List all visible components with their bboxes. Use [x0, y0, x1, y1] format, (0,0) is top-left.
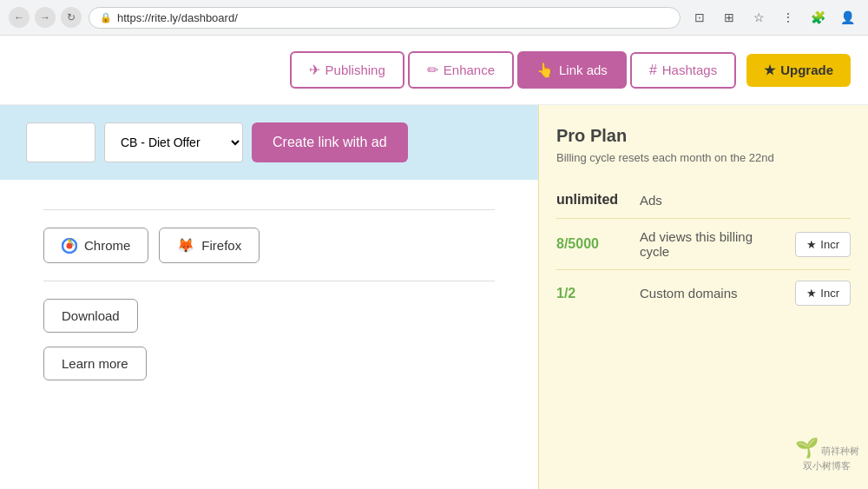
domains-label: Custom domains: [640, 286, 781, 301]
svg-point-1: [67, 242, 73, 248]
firefox-icon: 🦊: [177, 237, 194, 254]
enhance-icon: ✏: [427, 62, 438, 78]
tab-publishing[interactable]: ✈ Publishing: [290, 51, 404, 89]
link-ads-icon: 👆: [536, 62, 554, 78]
back-button[interactable]: ←: [9, 7, 30, 28]
hashtags-icon: #: [649, 63, 657, 78]
tab-enhance[interactable]: ✏ Enhance: [408, 51, 514, 89]
settings-button[interactable]: ⋮: [776, 5, 800, 30]
adviews-incr-star: ★: [806, 238, 817, 251]
tab-link-ads-label: Link ads: [559, 63, 608, 77]
refresh-button[interactable]: ↻: [61, 7, 82, 28]
adviews-incr-label: Incr: [820, 238, 839, 251]
tab-publishing-label: Publishing: [326, 63, 385, 77]
top-nav: ✈ Publishing ✏ Enhance 👆 Link ads # Hash…: [0, 36, 868, 105]
plan-stat-domains: 1/2 Custom domains ★ Incr: [556, 270, 851, 316]
learn-more-button[interactable]: Learn more: [43, 347, 147, 380]
download-button[interactable]: Download: [43, 299, 138, 333]
browser-chrome: ← → ↻ 🔒 https://rite.ly/dashboard/ ⊡ ⊞ ☆…: [0, 0, 868, 36]
domains-increase-button[interactable]: ★ Incr: [795, 281, 851, 306]
chrome-label: Chrome: [84, 238, 130, 253]
upgrade-label: Upgrade: [780, 63, 833, 77]
download-label: Download: [62, 308, 120, 323]
extension-section: Chrome 🦊 Firefox Download Learn more: [0, 180, 538, 406]
ads-label: Ads: [640, 193, 851, 208]
publishing-icon: ✈: [309, 62, 320, 78]
learn-more-label: Learn more: [62, 356, 128, 371]
page-content: ✈ Publishing ✏ Enhance 👆 Link ads # Hash…: [0, 36, 868, 489]
firefox-label: Firefox: [201, 238, 241, 253]
ad-select[interactable]: CB - Diet Offer: [104, 122, 243, 162]
bookmark-button[interactable]: ☆: [746, 5, 771, 30]
tab-hashtags-label: Hashtags: [662, 63, 717, 77]
chrome-extension-button[interactable]: Chrome: [43, 228, 148, 263]
cast-button[interactable]: ⊡: [687, 5, 712, 30]
adviews-value: 8/5000: [556, 236, 626, 252]
profile-button[interactable]: 👤: [835, 5, 859, 30]
adviews-label: Ad views this billing cycle: [640, 229, 781, 259]
zoom-button[interactable]: ⊞: [717, 5, 741, 30]
billing-cycle-text: Billing cycle resets each month on the 2…: [556, 151, 851, 164]
tab-link-ads[interactable]: 👆 Link ads: [517, 51, 627, 89]
domains-incr-label: Incr: [820, 287, 839, 300]
create-link-button[interactable]: Create link with ad: [252, 122, 408, 162]
divider-mid: [43, 281, 495, 281]
browser-toolbar: ← → ↻ 🔒 https://rite.ly/dashboard/ ⊡ ⊞ ☆…: [0, 0, 868, 35]
left-panel: CB - Diet Offer Create link with ad: [0, 105, 538, 489]
divider-top: [43, 209, 495, 210]
url-text: https://rite.ly/dashboard/: [117, 11, 238, 24]
pro-plan-title: Pro Plan: [556, 126, 851, 146]
domains-incr-star: ★: [806, 287, 817, 300]
lock-icon: 🔒: [100, 12, 112, 23]
main-area: CB - Diet Offer Create link with ad: [0, 105, 868, 489]
upgrade-star-icon: ★: [764, 63, 775, 78]
address-bar[interactable]: 🔒 https://rite.ly/dashboard/: [89, 7, 681, 29]
link-url-input[interactable]: [26, 122, 95, 162]
firefox-extension-button[interactable]: 🦊 Firefox: [159, 228, 260, 263]
domains-value: 1/2: [556, 286, 626, 301]
upgrade-button[interactable]: ★ Upgrade: [746, 54, 851, 87]
tab-hashtags[interactable]: # Hashtags: [630, 52, 736, 89]
ads-value: unlimited: [556, 192, 626, 208]
extensions-button[interactable]: 🧩: [806, 5, 830, 30]
forward-button[interactable]: →: [35, 7, 56, 28]
browser-nav-buttons: ← → ↻: [9, 7, 82, 28]
pro-plan-panel: Pro Plan Billing cycle resets each month…: [538, 105, 868, 489]
nav-tabs: ✈ Publishing ✏ Enhance 👆 Link ads # Hash…: [290, 51, 851, 89]
browser-extension-buttons: Chrome 🦊 Firefox: [43, 228, 260, 263]
chrome-icon: [62, 238, 77, 254]
plan-stat-ads: unlimited Ads: [556, 182, 851, 219]
tab-enhance-label: Enhance: [444, 63, 495, 77]
browser-action-buttons: ⊡ ⊞ ☆ ⋮ 🧩 👤: [687, 5, 859, 30]
adviews-increase-button[interactable]: ★ Incr: [795, 232, 851, 257]
link-ads-bar: CB - Diet Offer Create link with ad: [0, 105, 538, 180]
plan-stat-adviews: 8/5000 Ad views this billing cycle ★ Inc…: [556, 219, 851, 270]
